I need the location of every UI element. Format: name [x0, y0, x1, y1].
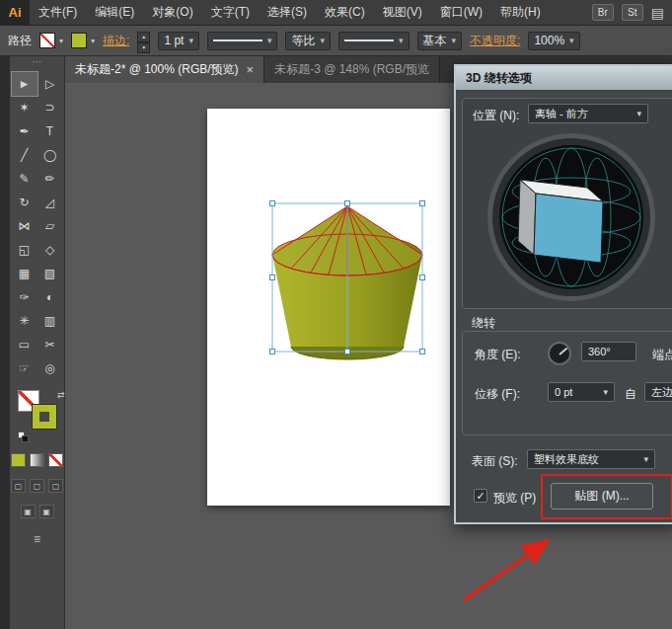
- screen-mode-alt-button[interactable]: ▣: [39, 505, 54, 518]
- bridge-button[interactable]: Br: [592, 4, 614, 21]
- angle-dial[interactable]: [548, 342, 571, 365]
- chevron-down-icon: ▾: [267, 36, 272, 45]
- brush-definition-dropdown[interactable]: ▾: [338, 32, 410, 50]
- width-tool[interactable]: ⋈: [12, 214, 37, 238]
- blend-tool[interactable]: ◐: [37, 285, 63, 309]
- opacity-panel-link[interactable]: 不透明度:: [470, 33, 520, 49]
- gradient-tool[interactable]: ▧: [37, 262, 63, 285]
- menu-edit[interactable]: 编辑(E): [86, 0, 143, 26]
- perspective-grid-tool[interactable]: ◇: [37, 238, 63, 262]
- eyedropper-tool[interactable]: ✑: [12, 285, 37, 309]
- tab-untitled-3[interactable]: 未标题-3 @ 148% (RGB/预览: [264, 56, 440, 83]
- preview-checkbox[interactable]: ✓: [474, 489, 487, 503]
- stepper-down-icon[interactable]: ▾: [137, 42, 150, 53]
- direct-selection-tool-icon: ▷: [45, 77, 54, 91]
- type-tool[interactable]: T: [37, 119, 63, 143]
- 3d-revolve-options-dialog: 3D 绕转选项 位置 (N): 离轴 - 前方 ▾: [454, 64, 672, 524]
- opacity-value: 100%: [534, 34, 564, 47]
- width-profile-dropdown[interactable]: ▾: [207, 32, 278, 50]
- swap-fill-stroke-icon[interactable]: ⇄: [57, 390, 65, 400]
- line-segment-tool[interactable]: ╱: [12, 143, 37, 167]
- zoom-tool[interactable]: ◎: [37, 356, 63, 380]
- scale-tool[interactable]: ◿: [37, 191, 63, 214]
- tools-panel: ⋯ ► ▷ ✶ ⊃ ✒ T ╱ ◯ ✎ ✏ ↻ ◿ ⋈ ▱ ◱ ◇ ▦ ▧ ✑ …: [10, 56, 65, 629]
- magic-wand-tool-icon: ✶: [19, 101, 29, 115]
- stock-button[interactable]: St: [622, 4, 643, 21]
- pencil-tool[interactable]: ✏: [37, 167, 63, 191]
- shape-builder-tool[interactable]: ◱: [12, 238, 37, 262]
- workspace-switcher-icon[interactable]: ▤: [651, 5, 664, 21]
- chevron-down-icon: ▾: [452, 36, 457, 45]
- default-stroke-swatch[interactable]: [22, 435, 29, 442]
- offset-from-dropdown[interactable]: 左边 ▾: [644, 382, 672, 402]
- menu-select[interactable]: 选择(S): [259, 0, 316, 26]
- profile-uniform-dropdown[interactable]: 等比 ▾: [285, 32, 331, 50]
- magic-wand-tool[interactable]: ✶: [12, 96, 37, 119]
- ellipse-tool[interactable]: ◯: [37, 143, 63, 167]
- pen-tool[interactable]: ✒: [12, 119, 37, 143]
- angle-field[interactable]: 360°: [581, 342, 636, 361]
- free-transform-tool[interactable]: ▱: [37, 214, 63, 238]
- stroke-none-swatch[interactable]: [39, 33, 55, 48]
- menu-window[interactable]: 窗口(W): [431, 0, 491, 26]
- chevron-down-icon[interactable]: ▾: [91, 37, 95, 45]
- stepper-up-icon[interactable]: ▴: [137, 32, 150, 42]
- opacity-dropdown[interactable]: 100% ▾: [528, 32, 579, 50]
- symbol-sprayer-tool[interactable]: ✳: [12, 309, 37, 333]
- rotate-tool[interactable]: ↻: [12, 191, 37, 214]
- paintbrush-tool[interactable]: ✎: [12, 167, 37, 191]
- gradient-tool-icon: ▧: [44, 267, 55, 280]
- menu-type[interactable]: 文字(T): [202, 0, 259, 26]
- draw-behind-button[interactable]: ▢: [30, 479, 44, 493]
- pencil-tool-icon: ✏: [44, 172, 54, 186]
- menu-file[interactable]: 文件(F): [30, 0, 86, 26]
- menu-help[interactable]: 帮助(H): [491, 0, 550, 26]
- free-transform-tool-icon: ▱: [45, 219, 54, 233]
- offset-from-value: 左边: [651, 385, 672, 400]
- chevron-down-icon[interactable]: ▾: [59, 37, 63, 45]
- tab-untitled-2[interactable]: 未标题-2* @ 100% (RGB/预览) ×: [65, 56, 264, 83]
- gradient-button[interactable]: [30, 453, 44, 467]
- stroke-color-swatch[interactable]: [33, 405, 56, 429]
- brush-basic-dropdown[interactable]: 基本 ▾: [417, 32, 463, 50]
- stroke-weight-stepper[interactable]: ▴ ▾: [137, 32, 150, 50]
- menu-effect[interactable]: 效果(C): [316, 0, 374, 26]
- dialog-title-bar[interactable]: 3D 绕转选项: [456, 66, 672, 90]
- stroke-weight-dropdown[interactable]: 1 pt ▾: [158, 32, 199, 50]
- screen-mode-button[interactable]: ▣: [21, 505, 36, 518]
- stroke-panel-link[interactable]: 描边:: [103, 33, 129, 49]
- rotate-tool-icon: ↻: [19, 196, 29, 209]
- surface-dropdown[interactable]: 塑料效果底纹 ▾: [527, 449, 655, 469]
- color-button[interactable]: [11, 453, 26, 467]
- mesh-tool-icon: ▦: [19, 267, 30, 280]
- toolbar-grip[interactable]: ⋯: [10, 56, 64, 70]
- draw-normal-button[interactable]: ▢: [11, 479, 26, 493]
- menubar-right-group: Br St ▤: [592, 4, 664, 21]
- preview-cube[interactable]: [518, 180, 603, 263]
- none-button[interactable]: [48, 453, 63, 467]
- close-icon[interactable]: ×: [247, 62, 255, 77]
- slice-tool[interactable]: ✂: [37, 333, 63, 356]
- menu-view[interactable]: 视图(V): [374, 0, 431, 26]
- artboard-tool[interactable]: ▭: [12, 333, 37, 356]
- column-graph-tool[interactable]: ▥: [37, 309, 63, 333]
- offset-dropdown[interactable]: 0 pt ▾: [548, 382, 615, 402]
- control-bar: 路径 ▾ ▾ 描边: ▴ ▾ 1 pt ▾ ▾ 等比 ▾ ▾ 基本 ▾ 不透明度: [0, 26, 672, 56]
- stroke-preview-line: [213, 39, 262, 41]
- menu-object[interactable]: 对象(O): [143, 0, 201, 26]
- offset-label: 位移 (F):: [475, 386, 520, 403]
- fill-color-swatch[interactable]: [71, 33, 87, 48]
- position-dropdown[interactable]: 离轴 - 前方 ▾: [528, 104, 648, 123]
- mesh-tool[interactable]: ▦: [12, 262, 37, 285]
- direct-selection-tool[interactable]: ▷: [37, 72, 63, 96]
- hand-tool[interactable]: ☞: [12, 356, 37, 380]
- toolbar-bottom-grip-icon[interactable]: ≡: [10, 532, 64, 546]
- revolve-group-label: 绕转: [472, 315, 495, 332]
- chevron-down-icon: ▾: [188, 36, 193, 45]
- draw-inside-button[interactable]: ▢: [48, 479, 63, 493]
- selection-tool[interactable]: ►: [12, 72, 37, 96]
- brush-preview-line: [344, 39, 394, 41]
- artwork-3d-revolve-shape[interactable]: [207, 109, 450, 506]
- lasso-tool[interactable]: ⊃: [37, 96, 63, 119]
- rotation-trackball[interactable]: [486, 132, 656, 302]
